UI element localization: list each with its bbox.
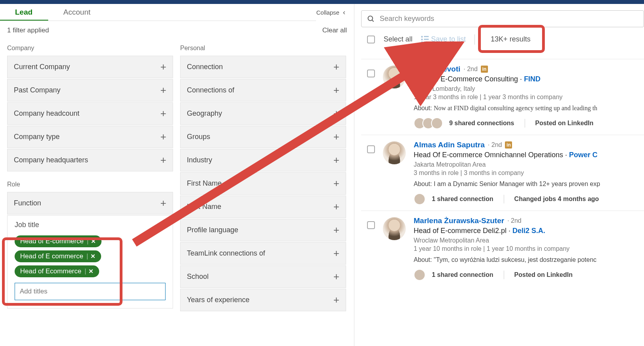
divider [475, 34, 475, 45]
filter-col-right: Personal Connection + Connections of + G… [180, 42, 346, 346]
main-container: Lead Account Collapse ‹ 1 filter applied… [0, 4, 644, 346]
filter-groups[interactable]: Groups + [180, 126, 346, 148]
filter-current-company[interactable]: Current Company + [7, 56, 173, 78]
filter-label: Past Company [14, 86, 60, 94]
result-name[interactable]: Mattia Devoti [414, 65, 460, 73]
shared-connections[interactable]: 1 shared connection [432, 271, 493, 278]
save-to-list-button[interactable]: Save to list [421, 35, 466, 43]
divider [504, 271, 504, 279]
filter-last-name[interactable]: Last Name + [180, 196, 346, 218]
search-input[interactable] [380, 15, 639, 23]
result-activity[interactable]: Changed jobs 4 months ago [514, 196, 599, 203]
tab-account[interactable]: Account [48, 4, 106, 21]
results-list: Mattia Devoti· 2nd inHead of E-Commerce … [361, 59, 644, 286]
connection-degree: · 2nd [463, 66, 478, 73]
result-activity[interactable]: Posted on LinkedIn [535, 120, 594, 127]
result-name[interactable]: Almas Adin Saputra [414, 141, 485, 149]
section-personal: Personal [180, 45, 346, 52]
filter-company-hq[interactable]: Company headquarters + [7, 149, 173, 171]
filter-label: Company headcount [14, 109, 79, 118]
filter-company-type[interactable]: Company type + [7, 126, 173, 148]
result-company[interactable]: Power C [569, 151, 597, 159]
chip-remove-icon[interactable]: ✕ [91, 238, 96, 245]
shared-connections[interactable]: 9 shared connections [449, 120, 514, 127]
result-checkbox[interactable] [367, 145, 375, 153]
result-tenure: 3 months in role | 3 months in company [414, 169, 644, 177]
result-location: Jakarta Metropolitan Area [414, 161, 644, 168]
add-titles-input[interactable] [15, 283, 166, 300]
filter-teamlink[interactable]: TeamLink connections of + [180, 242, 346, 265]
result-tenure: 1 year 10 months in role | 1 year 10 mon… [414, 245, 644, 252]
top-bar [0, 0, 644, 4]
tab-lead[interactable]: Lead [0, 4, 48, 21]
plus-icon: + [333, 64, 339, 70]
filter-profile-language[interactable]: Profile language + [180, 219, 346, 241]
avatar[interactable] [383, 66, 406, 88]
result-name[interactable]: Marlena Żurawska-Szuter [414, 216, 504, 225]
job-title-chips: Head of E-commerce|✕Head of E commerce|✕… [15, 235, 166, 280]
filter-label: Years of experience [187, 296, 249, 304]
avatar[interactable] [383, 141, 406, 164]
result-checkbox[interactable] [367, 221, 375, 229]
section-role: Role [7, 181, 173, 188]
plus-icon: + [160, 201, 166, 206]
filter-past-company[interactable]: Past Company + [7, 79, 173, 102]
plus-icon: + [333, 181, 339, 186]
clear-all-button[interactable]: Clear all [322, 26, 347, 34]
filter-first-name[interactable]: First Name + [180, 172, 346, 195]
filter-industry[interactable]: Industry + [180, 149, 346, 171]
plus-icon: + [333, 88, 339, 93]
plus-icon: + [333, 297, 339, 303]
results-panel: Select all Save to list 13K+ results Mat… [354, 4, 644, 346]
filter-geography[interactable]: Geography + [180, 102, 346, 125]
plus-icon: + [333, 274, 339, 279]
plus-icon: + [333, 204, 339, 209]
result-about: About: I am a Dynamic Senior Manager wit… [414, 181, 644, 188]
chip-remove-icon[interactable]: ✕ [90, 253, 96, 260]
filter-label: Connections of [187, 86, 234, 94]
collapse-button[interactable]: Collapse ‹ [316, 8, 352, 17]
filter-label: First Name [187, 179, 222, 188]
result-title: Head of E-Commerce Consulting · FIND [414, 75, 644, 83]
result-company[interactable]: Deli2 S.A. [512, 227, 545, 235]
filter-connections-of[interactable]: Connections of + [180, 79, 346, 102]
result-activity[interactable]: Posted on LinkedIn [514, 271, 573, 278]
plus-icon: + [333, 251, 339, 256]
minus-icon[interactable]: − [160, 222, 166, 228]
filter-function[interactable]: Function + [7, 192, 173, 214]
filter-connection[interactable]: Connection + [180, 56, 346, 78]
filter-years-experience[interactable]: Years of experience + [180, 289, 346, 311]
result-card: Marlena Żurawska-Szuter· 2nd Head of E-c… [361, 211, 644, 286]
shared-connections[interactable]: 1 shared connection [432, 196, 493, 203]
shared-avatars[interactable] [414, 269, 426, 281]
filter-label: Function [14, 199, 41, 207]
filter-job-title-expanded: Job title − Head of E-commerce|✕Head of … [7, 215, 173, 308]
filter-label: Company headquarters [14, 156, 88, 164]
shared-avatar [431, 117, 443, 129]
search-container[interactable] [361, 10, 644, 27]
result-tenure: 1 year 3 months in role | 1 year 3 month… [414, 94, 644, 101]
result-company[interactable]: FIND [524, 75, 540, 83]
shared-avatars[interactable] [414, 117, 443, 129]
svg-line-1 [372, 20, 374, 21]
section-company: Company [7, 45, 173, 52]
filter-company-headcount[interactable]: Company headcount + [7, 102, 173, 125]
chip-label: Head of E-commerce [20, 237, 84, 245]
connection-degree: · 2nd [488, 141, 502, 149]
chip-label: Head of E commerce [20, 252, 83, 260]
filter-school[interactable]: School + [180, 265, 346, 288]
filter-label: Company type [14, 133, 60, 141]
plus-icon: + [160, 111, 166, 116]
chip-remove-icon[interactable]: ✕ [89, 268, 94, 275]
chip-label: Head of Ecommerce [20, 267, 81, 275]
results-count: 13K+ results [486, 34, 535, 45]
job-title-chip: Head of E commerce|✕ [15, 250, 101, 262]
list-icon [421, 36, 429, 43]
result-checkbox[interactable] [367, 70, 375, 77]
result-location: Wroclaw Metropolitan Area [414, 237, 644, 244]
avatar[interactable] [383, 217, 406, 240]
shared-avatars[interactable] [414, 193, 426, 205]
search-icon [367, 15, 375, 23]
result-title: Head Of E-commerce Omnichannel Operation… [414, 151, 644, 159]
select-all-checkbox[interactable] [367, 36, 375, 43]
